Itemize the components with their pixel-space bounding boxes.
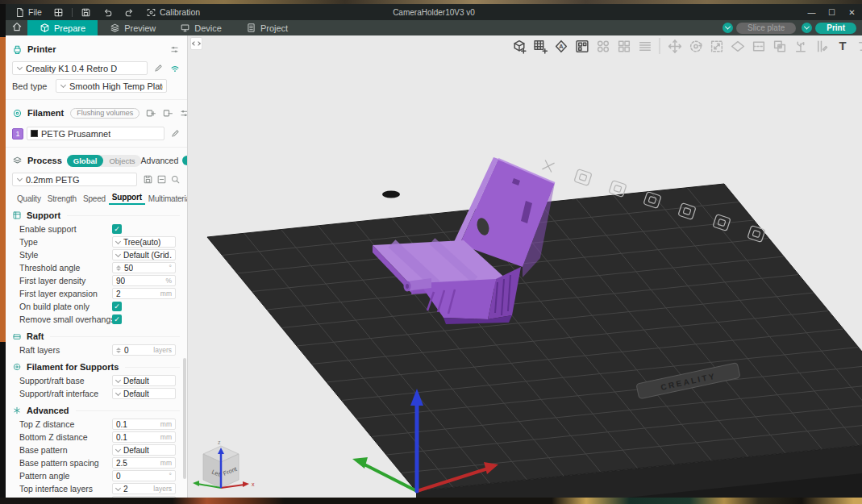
remove-filament-icon[interactable] [162,107,173,119]
delete-plate-icon[interactable] [542,160,554,172]
remove-small-overhangs-checkbox[interactable]: ✓ [112,314,122,324]
search-settings-icon[interactable] [170,174,181,185]
arrange-tool-button[interactable] [572,36,591,56]
print-button[interactable]: Print [815,23,856,34]
enable-support-checkbox[interactable]: ✓ [112,224,122,234]
setting-row-enable-support: Enable support✓ [6,223,187,235]
rotate-tool-button[interactable] [685,36,705,56]
navigation-cube[interactable]: Left Front x z [193,439,255,488]
save-icon [81,7,91,18]
tab-device[interactable]: Device [168,20,234,35]
wallpaper-bottom [0,498,862,504]
svg-text:A: A [559,43,564,50]
top-z-distance-input[interactable]: 0.1mm [112,419,176,430]
flushing-volumes-button[interactable]: Flushing volumes [70,108,140,119]
move-tool-button[interactable] [664,36,684,56]
text-tool-button[interactable]: T [832,36,852,56]
calibration-button[interactable]: Calibration [140,4,206,20]
setting-label: First layer expansion [19,289,112,298]
split-objects-tool-button[interactable] [593,36,612,56]
viewport-3d[interactable]: CREALITY [188,35,862,498]
wifi-icon[interactable] [169,63,181,74]
base-pattern-spacing-input[interactable]: 2.5mm [112,457,176,469]
filament-color-chip [31,130,38,137]
undo-icon [102,7,113,18]
undo-button[interactable] [97,4,119,20]
delete-preset-icon[interactable] [156,174,167,185]
slice-options-dropdown[interactable] [722,23,733,33]
section-header-filament-for-supports: Filament for Supports [6,360,187,374]
svg-tool-button[interactable] [853,36,862,56]
process-tabs: QualityStrengthSpeedSupportMultimaterial… [6,193,187,205]
filament-select[interactable]: PETG Prusamnet [27,127,164,140]
plate-action-icon[interactable] [574,169,592,186]
save-button[interactable] [75,4,97,20]
add-tool-button[interactable] [509,36,528,56]
redo-button[interactable] [119,4,140,20]
on-build-plate-only-checkbox[interactable]: ✓ [112,302,122,311]
edit-filament-icon[interactable] [170,128,181,139]
bed-type-select[interactable]: Smooth High Temp Plate [56,79,167,93]
first-layer-expansion-input[interactable]: 2mm [112,288,176,299]
type-select[interactable]: Tree(auto) [112,236,176,248]
add-plate-tool-button[interactable] [530,36,549,56]
tab-preview[interactable]: Preview [98,20,168,35]
windows-grid-button[interactable] [48,4,69,20]
advanced-label: Advanced [141,156,179,165]
sec-advanced [12,406,22,415]
filament-settings-icon[interactable] [179,108,188,119]
close-button[interactable]: ✕ [842,4,862,20]
support-raft-base-select[interactable]: Default [112,375,176,386]
sec-support [12,210,22,220]
setting-label: Base pattern [19,445,112,455]
printer-select[interactable]: Creality K1 0.4 Retro D [12,61,148,75]
support-paint-tool-button[interactable] [790,36,810,56]
base-pattern-select[interactable]: Default [112,444,176,456]
minimize-button[interactable]: — [802,4,822,20]
slice-plate-button[interactable]: Slice plate [736,23,796,34]
lay-on-face-tool-button[interactable] [727,36,747,56]
process-preset-select[interactable]: 0.2mm PETG [12,173,137,186]
setting-row-base-pattern-spacing: Base pattern spacing2.5mm [6,456,187,469]
file-menu[interactable]: File [9,4,48,20]
split-parts-tool-button[interactable] [614,36,633,56]
add-filament-icon[interactable] [145,107,156,119]
bottom-z-distance-input[interactable]: 0.1mm [112,431,176,443]
raft-layers-spinner[interactable]: 0layers [112,344,176,356]
sidebar-collapse-handle[interactable] [190,37,202,50]
printer-settings-icon[interactable] [169,44,180,55]
print-options-dropdown[interactable] [802,23,812,33]
settings-list: SupportEnable support✓TypeTree(auto)Styl… [6,208,187,498]
cut-tool-button[interactable] [748,36,768,56]
scale-tool-button[interactable] [706,36,726,56]
support-raft-interface-select[interactable]: Default [112,388,176,399]
top-interface-layers-select[interactable]: 2layers [112,483,176,494]
bottom-interface-layers-select[interactable]: 2layers [112,496,176,498]
process-tab-quality[interactable]: Quality [14,194,44,205]
process-tab-multimaterial[interactable]: Multimaterial [145,194,187,205]
setting-row-first-layer-density: First layer density90% [6,274,187,287]
variable-layer-height-tool-button[interactable] [635,36,654,56]
process-tab-strength[interactable]: Strength [44,194,80,205]
home-button[interactable] [6,20,27,35]
device-icon [180,23,190,33]
maximize-button[interactable]: ☐ [822,4,842,20]
pattern-angle-input[interactable]: 0° [112,470,176,481]
advanced-toggle[interactable] [182,156,188,165]
threshold-angle-spinner[interactable]: 50° [112,262,176,273]
style-select[interactable]: Default (Grid… [112,249,176,260]
tab-prepare[interactable]: Prepare [27,20,98,35]
save-preset-icon[interactable] [143,174,153,185]
process-tab-support[interactable]: Support [109,193,145,205]
process-tab-speed[interactable]: Speed [80,194,109,205]
edit-printer-icon[interactable] [153,63,164,73]
setting-label: Support/raft base [19,376,112,385]
first-layer-density-input[interactable]: 90% [112,275,176,286]
tab-project[interactable]: Project [234,20,300,35]
process-header: Process [27,156,62,165]
global-objects-toggle[interactable]: Global Objects [67,155,141,167]
sidebar-scrollbar[interactable] [183,358,186,479]
mesh-boolean-tool-button[interactable] [769,36,789,56]
auto-orient-tool-button[interactable]: A [551,36,570,56]
seam-paint-tool-button[interactable] [811,36,831,56]
